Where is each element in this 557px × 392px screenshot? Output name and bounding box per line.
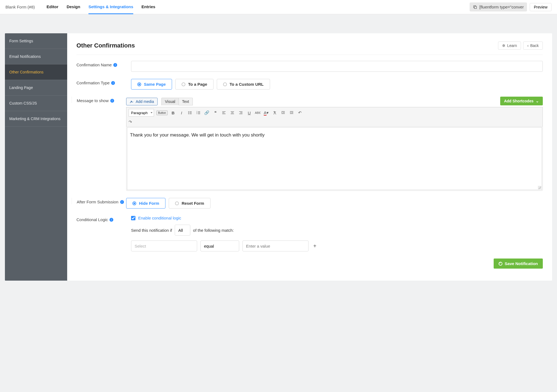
italic-icon[interactable]: I: [179, 110, 185, 116]
bold-icon[interactable]: B: [170, 110, 176, 116]
sidebar-item-other-confirmations[interactable]: Other Confirmations: [5, 64, 67, 80]
sidebar-item-custom-css-js[interactable]: Custom CSS/JS: [5, 96, 67, 111]
check-circle-icon: [499, 262, 502, 266]
radio-reset-form[interactable]: Reset Form: [169, 198, 211, 209]
tab-editor[interactable]: Editor: [47, 0, 58, 14]
learn-icon: ✲: [502, 43, 505, 48]
info-icon[interactable]: i: [113, 63, 117, 67]
numbered-list-icon[interactable]: 123: [195, 110, 202, 116]
chevron-down-icon: ⌄: [536, 99, 539, 103]
learn-label: Learn: [507, 43, 517, 48]
editor-tab-visual[interactable]: Visual: [161, 98, 179, 105]
add-media-button[interactable]: Add media: [126, 98, 158, 105]
svg-point-2: [188, 111, 189, 112]
conditional-sentence: Send this notification if All of the fol…: [131, 225, 543, 236]
svg-rect-17: [231, 111, 234, 112]
add-condition-button[interactable]: +: [312, 243, 318, 249]
align-center-icon[interactable]: [229, 110, 235, 116]
learn-button[interactable]: ✲ Learn: [498, 41, 521, 50]
svg-rect-25: [282, 114, 285, 114]
align-right-icon[interactable]: [238, 110, 244, 116]
label-conditional-logic: Conditional Logic i: [76, 216, 131, 222]
svg-rect-16: [222, 114, 226, 114]
radio-icon: [182, 82, 185, 86]
info-icon[interactable]: i: [110, 99, 114, 103]
row-message: Message to show i Add media Visual Text: [76, 97, 543, 191]
outdent-icon[interactable]: [280, 110, 286, 116]
svg-point-4: [188, 112, 189, 113]
row-confirmation-name: Confirmation Name i: [76, 61, 543, 72]
save-notification-button[interactable]: Save Notification: [494, 259, 543, 269]
resize-handle-icon[interactable]: [538, 186, 541, 189]
radio-to-custom-url[interactable]: To a Custom URL: [217, 79, 270, 90]
cond-value-input[interactable]: [242, 240, 309, 251]
copy-icon: [473, 5, 477, 9]
info-icon[interactable]: i: [111, 81, 115, 85]
svg-rect-22: [239, 114, 242, 114]
tab-settings-integrations[interactable]: Settings & Integrations: [88, 0, 133, 14]
add-shortcodes-button[interactable]: Add Shortcodes ⌄: [500, 97, 543, 105]
sidebar-item-landing-page[interactable]: Landing Page: [5, 80, 67, 96]
underline-icon[interactable]: U: [246, 110, 252, 116]
conditional-rule-row: Select equal +: [131, 240, 543, 251]
indent-icon[interactable]: [289, 110, 295, 116]
tab-entries[interactable]: Entries: [141, 0, 155, 14]
radio-icon: [132, 201, 136, 205]
svg-rect-19: [231, 114, 234, 114]
svg-rect-27: [291, 112, 293, 113]
match-scope-select[interactable]: All: [175, 225, 190, 236]
svg-rect-11: [198, 112, 200, 113]
row-submit: Save Notification: [76, 259, 543, 269]
svg-rect-0: [474, 6, 476, 8]
tab-design[interactable]: Design: [67, 0, 80, 14]
svg-point-6: [188, 114, 189, 114]
topbar: Blank Form (#8) Editor Design Settings &…: [0, 0, 557, 14]
svg-rect-26: [290, 111, 293, 112]
svg-rect-9: [198, 111, 200, 112]
text-color-icon[interactable]: A ▾: [263, 110, 269, 116]
sidebar-item-marketing-crm[interactable]: Marketing & CRM Integrations: [5, 111, 67, 127]
info-icon[interactable]: i: [109, 218, 113, 222]
shortcode-box[interactable]: [fluentform type="conver: [470, 2, 527, 11]
radio-hide-form[interactable]: Hide Form: [126, 198, 165, 209]
redo-icon[interactable]: ↷: [129, 119, 540, 125]
main-panel: Other Confirmations ✲ Learn ‹ Back Confi…: [67, 33, 552, 281]
row-after-submission: After Form Submission i Hide Form Reset …: [76, 198, 543, 209]
undo-icon[interactable]: ↶: [297, 110, 303, 116]
radio-icon: [137, 82, 141, 86]
align-left-icon[interactable]: [221, 110, 227, 116]
info-icon[interactable]: i: [120, 200, 124, 204]
svg-rect-18: [231, 112, 233, 113]
bullet-list-icon[interactable]: [187, 110, 193, 116]
clear-format-icon[interactable]: [272, 110, 278, 116]
back-label: Back: [530, 43, 539, 48]
svg-rect-5: [189, 112, 192, 113]
svg-rect-15: [222, 112, 224, 113]
sidebar-item-email-notifications[interactable]: Email Notifications: [5, 49, 67, 64]
message-editor[interactable]: Thank you for your message. We will get …: [127, 127, 542, 190]
enable-conditional-checkbox[interactable]: [131, 216, 135, 220]
label-confirmation-name: Confirmation Name i: [76, 61, 131, 67]
radio-to-page[interactable]: To a Page: [175, 79, 214, 90]
cond-operator-select[interactable]: equal: [200, 240, 239, 251]
quote-icon[interactable]: ❝: [212, 110, 218, 116]
svg-rect-13: [198, 114, 200, 114]
page-head: Other Confirmations ✲ Learn ‹ Back: [76, 41, 543, 55]
strikethrough-icon[interactable]: AB€: [255, 110, 261, 116]
button-chip[interactable]: Button: [156, 111, 168, 115]
confirmation-name-input[interactable]: [131, 61, 543, 72]
editor-tab-text[interactable]: Text: [179, 98, 193, 105]
paragraph-select[interactable]: Paragraph: [129, 109, 154, 117]
link-icon[interactable]: 🔗: [204, 110, 210, 116]
back-button[interactable]: ‹ Back: [523, 41, 543, 50]
svg-rect-14: [222, 111, 226, 112]
message-body-text: Thank you for your message. We will get …: [130, 132, 265, 138]
sidebar-item-form-settings[interactable]: Form Settings: [5, 33, 67, 49]
svg-rect-21: [240, 112, 242, 113]
cond-field-select[interactable]: Select: [131, 240, 197, 251]
preview-button[interactable]: Preview: [530, 3, 552, 11]
radio-same-page[interactable]: Same Page: [131, 79, 172, 90]
svg-point-1: [131, 101, 132, 102]
row-confirmation-type: Confirmation Type i Same Page To a Page: [76, 79, 543, 90]
svg-rect-20: [239, 111, 242, 112]
